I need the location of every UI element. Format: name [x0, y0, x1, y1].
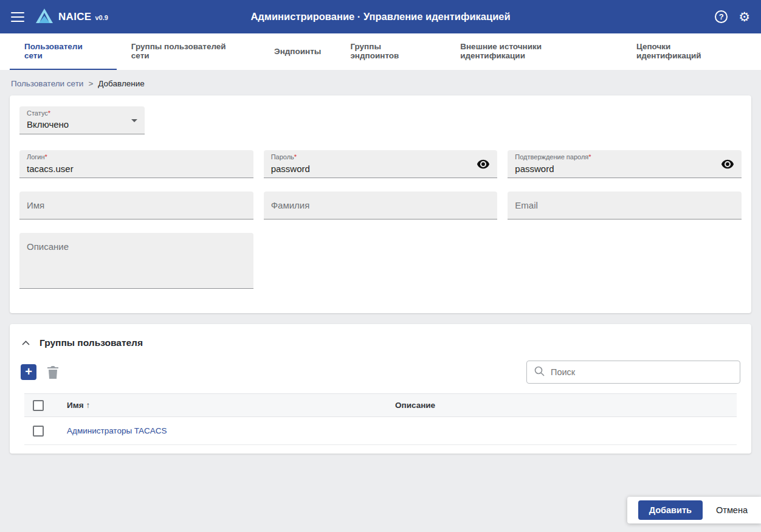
breadcrumb-parent-link[interactable]: Пользователи сети — [11, 79, 83, 88]
table-row: Администраторы TACACS — [24, 417, 737, 445]
collapse-chevron-icon[interactable] — [21, 339, 31, 347]
footer-action-bar: Добавить Отмена — [627, 497, 761, 523]
app-version: v0.9 — [95, 14, 108, 21]
cancel-button[interactable]: Отмена — [716, 505, 748, 515]
status-select[interactable]: Статус* Включено — [19, 106, 145, 134]
last-name-input[interactable] — [271, 200, 491, 210]
tab-network-users[interactable]: Пользователи сети — [10, 33, 117, 70]
last-name-field-wrap — [264, 192, 498, 219]
user-groups-card: Группы пользователя Имя↑ Описан — [10, 324, 751, 454]
help-icon[interactable] — [715, 10, 728, 23]
breadcrumb-separator: > — [88, 79, 93, 88]
description-field-wrap — [19, 233, 253, 289]
column-header-name[interactable]: Имя↑ — [67, 394, 395, 417]
groups-table: Имя↑ Описание Администраторы TACACS — [24, 393, 737, 445]
user-form-card: Статус* Включено Логин* Пароль* Подтверж… — [10, 95, 751, 313]
password-label: Пароль* — [271, 153, 491, 161]
tab-endpoints[interactable]: Эндпоинты — [260, 33, 336, 70]
search-input[interactable] — [551, 367, 732, 377]
sort-ascending-icon: ↑ — [86, 401, 91, 410]
breadcrumb-current: Добавление — [98, 79, 145, 88]
tab-network-user-groups[interactable]: Группы пользователей сети — [117, 33, 260, 70]
page-title: Администрирование · Управление идентифик… — [0, 11, 761, 22]
email-field-wrap — [508, 192, 742, 219]
tab-external-identity-sources[interactable]: Внешние источники идентификации — [446, 33, 622, 70]
add-group-button[interactable] — [21, 364, 36, 380]
password-confirm-field-wrap: Подтверждение пароля* — [508, 150, 742, 178]
status-value: Включено — [27, 117, 137, 130]
breadcrumb: Пользователи сети > Добавление — [0, 70, 761, 95]
group-description-cell — [395, 417, 737, 445]
login-input[interactable] — [27, 161, 246, 174]
submit-button[interactable]: Добавить — [638, 500, 703, 520]
email-input[interactable] — [515, 200, 734, 210]
first-name-input[interactable] — [27, 200, 246, 210]
description-input[interactable] — [27, 233, 246, 288]
password-input[interactable] — [271, 161, 491, 174]
first-name-field-wrap — [19, 192, 253, 219]
app-header: NAICE v0.9 Администрирование · Управлени… — [0, 0, 761, 33]
gear-icon[interactable] — [739, 10, 750, 23]
eye-icon[interactable] — [477, 159, 490, 169]
login-field-wrap: Логин* — [19, 150, 253, 178]
chevron-down-icon — [131, 119, 137, 122]
table-header-row: Имя↑ Описание — [24, 394, 737, 417]
password-confirm-input[interactable] — [515, 161, 734, 174]
groups-search — [526, 361, 740, 384]
delete-icon[interactable] — [47, 366, 58, 379]
status-label: Статус* — [27, 109, 137, 117]
menu-icon[interactable] — [11, 12, 24, 22]
password-field-wrap: Пароль* — [264, 150, 498, 178]
row-checkbox[interactable] — [33, 426, 44, 437]
tab-endpoint-groups[interactable]: Группы эндпоинтов — [336, 33, 446, 70]
app-logo-icon — [35, 8, 53, 26]
search-icon — [534, 366, 545, 379]
groups-section-title: Группы пользователя — [40, 337, 143, 348]
password-confirm-label: Подтверждение пароля* — [515, 153, 734, 161]
eye-icon[interactable] — [721, 159, 734, 169]
column-header-description[interactable]: Описание — [395, 394, 737, 417]
app-name: NAICE — [58, 11, 91, 23]
login-label: Логин* — [27, 153, 246, 161]
select-all-checkbox[interactable] — [33, 400, 44, 411]
tab-bar: Пользователи сети Группы пользователей с… — [0, 33, 761, 70]
tab-identity-chains[interactable]: Цепочки идентификаций — [622, 33, 751, 70]
group-name-link[interactable]: Администраторы TACACS — [67, 426, 167, 435]
app-brand: NAICE v0.9 — [58, 11, 108, 23]
